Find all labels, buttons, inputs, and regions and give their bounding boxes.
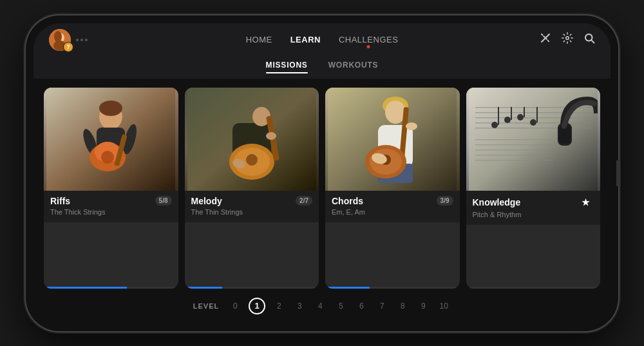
card-riffs-progress xyxy=(44,287,178,289)
cards-grid: Riffs 5/8 The Thick Strings xyxy=(44,88,600,289)
card-chords-image xyxy=(325,88,460,191)
avatar[interactable]: 7 xyxy=(49,29,71,51)
level-0[interactable]: 0 xyxy=(228,302,242,311)
card-melody-badge: 2/7 xyxy=(296,196,312,206)
level-2[interactable]: 2 xyxy=(272,302,286,311)
card-chords-bottom: Chords 3/9 Em, E, Am xyxy=(325,191,460,222)
card-chords-progress xyxy=(325,287,460,289)
card-riffs-badge: 5/8 xyxy=(155,196,172,206)
card-riffs-image xyxy=(44,88,178,191)
nav-learn[interactable]: LEARN xyxy=(290,35,321,44)
level-7[interactable]: 7 xyxy=(375,302,389,311)
card-melody[interactable]: Melody 2/7 The Thin Strings xyxy=(185,88,319,289)
card-melody-bottom: Melody 2/7 The Thin Strings xyxy=(185,191,319,222)
svg-rect-53 xyxy=(511,107,512,120)
level-5[interactable]: 5 xyxy=(334,302,348,311)
svg-rect-49 xyxy=(475,160,553,161)
level-8[interactable]: 8 xyxy=(395,302,410,311)
level-1[interactable]: 1 xyxy=(249,298,265,314)
tabs-bar: MISSIONS WORKOUTS xyxy=(33,57,611,79)
svg-point-50 xyxy=(491,122,498,128)
card-chords-badge: 3/9 xyxy=(437,196,453,206)
search-icon[interactable] xyxy=(583,32,595,47)
phone-frame: 7 HOME LEARN CHALLENGES xyxy=(26,15,618,331)
svg-point-6 xyxy=(566,37,569,40)
card-knowledge-bottom: Knowledge ★ Pitch & Rhythm xyxy=(466,191,601,225)
svg-rect-48 xyxy=(475,155,553,156)
svg-line-8 xyxy=(591,40,594,43)
card-melody-progress xyxy=(185,287,319,289)
microphone-icon[interactable] xyxy=(540,32,551,47)
card-knowledge-subtitle: Pitch & Rhythm xyxy=(473,211,594,218)
card-melody-image xyxy=(185,88,319,191)
level-4[interactable]: 4 xyxy=(313,302,327,311)
card-knowledge-title: Knowledge xyxy=(473,197,521,207)
card-riffs-bottom: Riffs 5/8 The Thick Strings xyxy=(44,191,178,222)
svg-point-38 xyxy=(406,122,417,130)
svg-rect-57 xyxy=(536,107,538,122)
card-chords[interactable]: Chords 3/9 Em, E, Am xyxy=(325,88,460,289)
tab-workouts[interactable]: WORKOUTS xyxy=(328,61,379,72)
svg-point-24 xyxy=(246,154,258,166)
svg-rect-47 xyxy=(475,149,553,151)
svg-point-52 xyxy=(504,117,511,123)
level-label: LEVEL xyxy=(193,302,219,310)
phone-screen: 7 HOME LEARN CHALLENGES xyxy=(33,23,611,323)
challenges-indicator xyxy=(367,45,370,48)
svg-point-54 xyxy=(517,114,524,120)
phone-side-button xyxy=(616,160,620,186)
card-riffs-title: Riffs xyxy=(50,196,70,206)
svg-rect-44 xyxy=(475,128,591,129)
card-chords-title: Chords xyxy=(332,196,363,206)
card-knowledge-progress xyxy=(466,287,601,289)
nav-right xyxy=(518,32,595,47)
nav-left: 7 xyxy=(49,29,126,51)
card-melody-title: Melody xyxy=(191,196,222,206)
card-melody-subtitle: The Thin Strings xyxy=(191,208,313,216)
nav-center: HOME LEARN CHALLENGES xyxy=(126,35,518,44)
main-content: Riffs 5/8 The Thick Strings xyxy=(33,79,611,323)
card-knowledge-badge: ★ xyxy=(578,196,594,209)
svg-rect-41 xyxy=(475,112,591,113)
svg-point-56 xyxy=(530,119,536,126)
svg-rect-46 xyxy=(475,144,553,146)
svg-rect-42 xyxy=(475,117,591,119)
card-knowledge-image xyxy=(466,88,601,191)
level-10[interactable]: 10 xyxy=(437,302,451,311)
card-riffs[interactable]: Riffs 5/8 The Thick Strings xyxy=(44,88,178,289)
card-knowledge[interactable]: Knowledge ★ Pitch & Rhythm xyxy=(466,88,601,289)
svg-rect-45 xyxy=(475,139,553,140)
card-riffs-subtitle: The Thick Strings xyxy=(50,208,172,216)
svg-rect-51 xyxy=(498,107,499,125)
level-6[interactable]: 6 xyxy=(354,302,368,311)
level-9[interactable]: 9 xyxy=(416,302,430,311)
level-3[interactable]: 3 xyxy=(292,302,307,311)
svg-point-11 xyxy=(99,101,122,116)
level-badge: 7 xyxy=(63,42,73,52)
svg-rect-55 xyxy=(524,107,525,117)
nav-dots xyxy=(76,39,88,41)
settings-icon[interactable] xyxy=(562,32,573,47)
top-navigation: 7 HOME LEARN CHALLENGES xyxy=(33,23,611,57)
nav-challenges[interactable]: CHALLENGES xyxy=(339,35,398,44)
card-chords-subtitle: Em, E, Am xyxy=(332,208,453,216)
nav-home[interactable]: HOME xyxy=(246,35,272,44)
svg-point-3 xyxy=(54,31,62,43)
tab-missions[interactable]: MISSIONS xyxy=(266,61,308,72)
level-selector: LEVEL 0 1 2 3 4 5 6 7 8 9 10 xyxy=(44,295,600,318)
svg-point-27 xyxy=(266,132,276,140)
svg-point-17 xyxy=(101,151,114,164)
